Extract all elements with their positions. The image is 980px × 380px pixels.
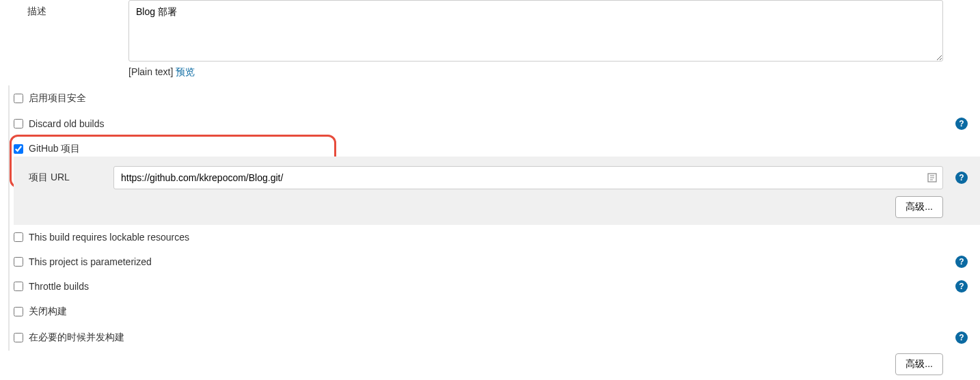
help-icon[interactable]: ? bbox=[955, 118, 968, 130]
help-icon[interactable]: ? bbox=[955, 331, 968, 344]
help-icon[interactable]: ? bbox=[955, 256, 968, 268]
help-icon[interactable]: ? bbox=[955, 172, 968, 184]
enable-security-label[interactable]: 启用项目安全 bbox=[29, 92, 86, 105]
concurrent-label[interactable]: 在必要的时候并发构建 bbox=[29, 331, 124, 344]
lockable-checkbox[interactable] bbox=[14, 232, 23, 242]
parameterized-label[interactable]: This project is parameterized bbox=[29, 256, 152, 267]
close-build-checkbox[interactable] bbox=[14, 307, 23, 316]
preview-link[interactable]: 预览 bbox=[176, 66, 195, 77]
discard-old-label[interactable]: Discard old builds bbox=[29, 118, 105, 129]
throttle-checkbox[interactable] bbox=[14, 282, 23, 291]
description-textarea[interactable] bbox=[128, 0, 943, 62]
project-url-input[interactable] bbox=[113, 166, 943, 189]
project-url-label: 项目 URL bbox=[14, 172, 113, 184]
advanced-button[interactable]: 高级... bbox=[895, 196, 943, 218]
description-label: 描述 bbox=[27, 0, 128, 18]
concurrent-checkbox[interactable] bbox=[14, 333, 23, 342]
parameterized-checkbox[interactable] bbox=[14, 257, 23, 267]
close-build-label[interactable]: 关闭构建 bbox=[29, 306, 67, 318]
throttle-label[interactable]: Throttle builds bbox=[29, 281, 89, 292]
enable-security-checkbox[interactable] bbox=[14, 94, 23, 103]
github-project-label[interactable]: GitHub 项目 bbox=[29, 143, 80, 155]
advanced-button-bottom[interactable]: 高级... bbox=[895, 353, 943, 375]
format-prefix: [Plain text] bbox=[128, 66, 173, 77]
help-icon[interactable]: ? bbox=[955, 280, 968, 293]
discard-old-checkbox[interactable] bbox=[14, 119, 23, 128]
github-project-checkbox[interactable] bbox=[14, 144, 23, 154]
lockable-label[interactable]: This build requires lockable resources bbox=[29, 232, 189, 243]
